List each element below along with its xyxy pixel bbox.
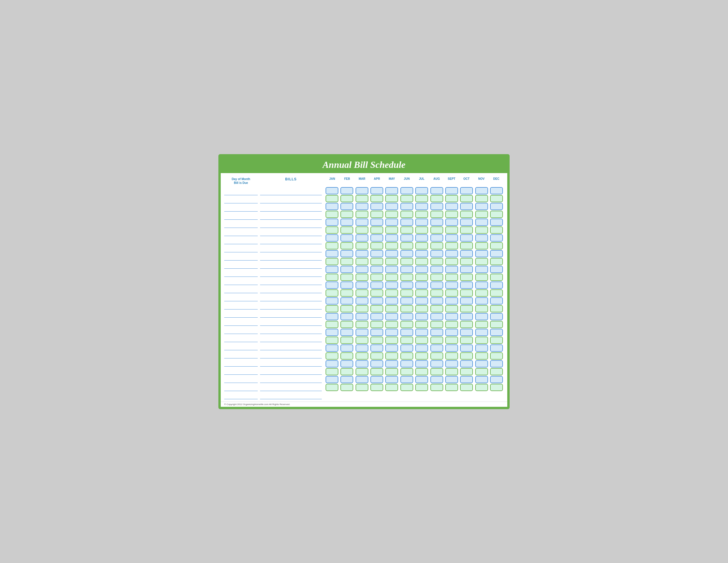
month-cell[interactable] bbox=[370, 187, 383, 194]
month-cell[interactable] bbox=[460, 282, 473, 289]
month-cell[interactable] bbox=[490, 266, 503, 273]
month-cell[interactable] bbox=[430, 305, 443, 313]
month-cell[interactable] bbox=[326, 195, 338, 202]
month-cell[interactable] bbox=[445, 282, 458, 289]
month-cell[interactable] bbox=[356, 384, 368, 391]
month-cell[interactable] bbox=[370, 337, 383, 344]
month-cell[interactable] bbox=[370, 258, 383, 265]
bill-line-row[interactable] bbox=[260, 220, 322, 228]
month-cell[interactable] bbox=[475, 226, 488, 234]
month-cell[interactable] bbox=[400, 195, 413, 202]
month-cell[interactable] bbox=[340, 345, 353, 352]
month-cell[interactable] bbox=[415, 368, 428, 375]
month-cell[interactable] bbox=[490, 187, 503, 194]
month-cell[interactable] bbox=[385, 203, 398, 210]
month-cell[interactable] bbox=[445, 352, 458, 360]
month-cell[interactable] bbox=[415, 384, 428, 391]
day-line-row[interactable] bbox=[224, 220, 258, 228]
month-cell[interactable] bbox=[475, 234, 488, 241]
bill-line-row[interactable] bbox=[260, 285, 322, 293]
month-cell[interactable] bbox=[356, 250, 368, 257]
month-cell[interactable] bbox=[445, 384, 458, 391]
month-cell[interactable] bbox=[356, 290, 368, 297]
month-cell[interactable] bbox=[356, 321, 368, 328]
month-cell[interactable] bbox=[385, 305, 398, 313]
bill-line-row[interactable] bbox=[260, 326, 322, 334]
day-line-row[interactable] bbox=[224, 293, 258, 301]
month-cell[interactable] bbox=[475, 384, 488, 391]
month-cell[interactable] bbox=[430, 211, 443, 218]
month-cell[interactable] bbox=[340, 187, 353, 194]
month-cell[interactable] bbox=[356, 195, 368, 202]
month-cell[interactable] bbox=[326, 187, 338, 194]
month-cell[interactable] bbox=[490, 297, 503, 305]
month-cell[interactable] bbox=[370, 273, 383, 281]
month-cell[interactable] bbox=[490, 290, 503, 297]
month-cell[interactable] bbox=[340, 203, 353, 210]
month-cell[interactable] bbox=[430, 297, 443, 305]
month-cell[interactable] bbox=[475, 352, 488, 360]
month-cell[interactable] bbox=[340, 305, 353, 313]
day-line-row[interactable] bbox=[224, 285, 258, 293]
day-line-row[interactable] bbox=[224, 318, 258, 326]
month-cell[interactable] bbox=[490, 313, 503, 320]
month-cell[interactable] bbox=[430, 368, 443, 375]
month-cell[interactable] bbox=[460, 337, 473, 344]
month-cell[interactable] bbox=[460, 273, 473, 281]
month-cell[interactable] bbox=[326, 360, 338, 368]
month-cell[interactable] bbox=[400, 266, 413, 273]
day-line-row[interactable] bbox=[224, 383, 258, 391]
month-cell[interactable] bbox=[490, 195, 503, 202]
month-cell[interactable] bbox=[475, 203, 488, 210]
month-cell[interactable] bbox=[490, 368, 503, 375]
month-cell[interactable] bbox=[490, 203, 503, 210]
month-cell[interactable] bbox=[340, 376, 353, 383]
month-cell[interactable] bbox=[460, 242, 473, 249]
month-cell[interactable] bbox=[445, 234, 458, 241]
month-cell[interactable] bbox=[445, 258, 458, 265]
month-cell[interactable] bbox=[475, 258, 488, 265]
month-cell[interactable] bbox=[400, 376, 413, 383]
month-cell[interactable] bbox=[385, 258, 398, 265]
month-cell[interactable] bbox=[356, 266, 368, 273]
bill-line-row[interactable] bbox=[260, 260, 322, 269]
month-cell[interactable] bbox=[370, 203, 383, 210]
bill-line-row[interactable] bbox=[260, 211, 322, 220]
month-cell[interactable] bbox=[356, 226, 368, 234]
day-line-row[interactable] bbox=[224, 236, 258, 244]
month-cell[interactable] bbox=[430, 384, 443, 391]
month-cell[interactable] bbox=[385, 321, 398, 328]
month-cell[interactable] bbox=[326, 242, 338, 249]
month-cell[interactable] bbox=[415, 250, 428, 257]
month-cell[interactable] bbox=[356, 360, 368, 368]
bill-line-row[interactable] bbox=[260, 269, 322, 277]
month-cell[interactable] bbox=[326, 337, 338, 344]
month-cell[interactable] bbox=[445, 368, 458, 375]
month-cell[interactable] bbox=[370, 195, 383, 202]
month-cell[interactable] bbox=[340, 211, 353, 218]
month-cell[interactable] bbox=[340, 266, 353, 273]
bill-line-row[interactable] bbox=[260, 293, 322, 301]
month-cell[interactable] bbox=[430, 290, 443, 297]
month-cell[interactable] bbox=[430, 313, 443, 320]
month-cell[interactable] bbox=[340, 360, 353, 368]
month-cell[interactable] bbox=[385, 352, 398, 360]
month-cell[interactable] bbox=[370, 250, 383, 257]
month-cell[interactable] bbox=[400, 226, 413, 234]
month-cell[interactable] bbox=[326, 384, 338, 391]
month-cell[interactable] bbox=[326, 345, 338, 352]
month-cell[interactable] bbox=[475, 273, 488, 281]
month-cell[interactable] bbox=[430, 250, 443, 257]
month-cell[interactable] bbox=[400, 290, 413, 297]
bill-line-row[interactable] bbox=[260, 228, 322, 236]
month-cell[interactable] bbox=[326, 234, 338, 241]
day-line-row[interactable] bbox=[224, 350, 258, 359]
month-cell[interactable] bbox=[415, 282, 428, 289]
month-cell[interactable] bbox=[370, 266, 383, 273]
month-cell[interactable] bbox=[326, 258, 338, 265]
month-cell[interactable] bbox=[385, 218, 398, 226]
month-cell[interactable] bbox=[400, 258, 413, 265]
month-cell[interactable] bbox=[475, 187, 488, 194]
month-cell[interactable] bbox=[415, 360, 428, 368]
month-cell[interactable] bbox=[430, 266, 443, 273]
